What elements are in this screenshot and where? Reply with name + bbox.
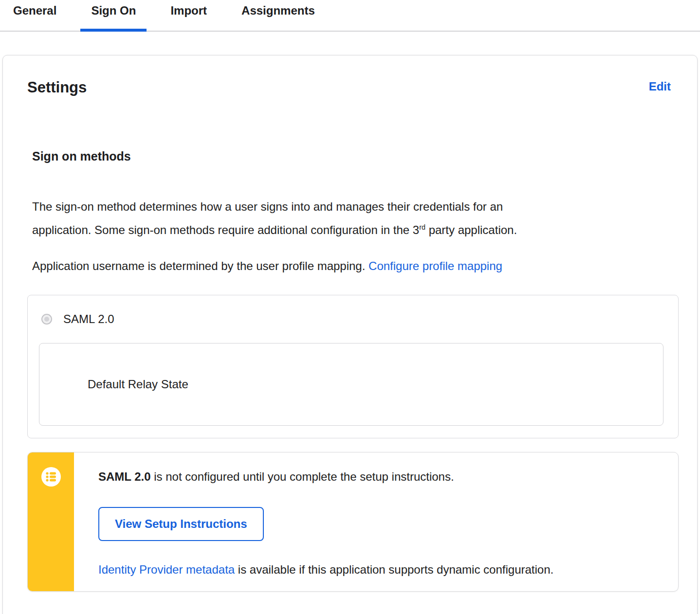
username-text: Application username is determined by th…	[32, 259, 368, 272]
callout-content: SAML 2.0 is not configured until you com…	[74, 452, 678, 591]
sign-on-methods-heading: Sign on methods	[32, 149, 679, 163]
configure-profile-mapping-link[interactable]: Configure profile mapping	[368, 259, 502, 272]
list-icon	[41, 467, 61, 487]
sign-on-method-description: The sign-on method determines how a user…	[32, 195, 679, 242]
edit-button[interactable]: Edit	[649, 78, 671, 95]
tab-import[interactable]: Import	[170, 4, 207, 31]
saml-radio-label: SAML 2.0	[63, 312, 114, 326]
callout-message: SAML 2.0 is not configured until you com…	[98, 470, 659, 484]
description-line2-start: application. Some sign-on methods requir…	[32, 223, 419, 236]
callout-warning-stripe	[28, 452, 74, 591]
description-line1: The sign-on method determines how a user…	[32, 200, 503, 213]
default-relay-state-label: Default Relay State	[88, 378, 188, 391]
metadata-footnote-rest: is available if this application support…	[235, 563, 553, 576]
saml-method-box: SAML 2.0 Default Relay State	[27, 295, 679, 438]
view-setup-instructions-button[interactable]: View Setup Instructions	[98, 507, 264, 541]
tab-general[interactable]: General	[13, 4, 56, 31]
saml-radio-row: SAML 2.0	[39, 313, 663, 325]
settings-card: Settings Edit Sign on methods The sign-o…	[2, 55, 698, 614]
application-username-text: Application username is determined by th…	[32, 254, 679, 278]
ordinal-superscript: rd	[419, 223, 425, 231]
description-line2-end: party application.	[425, 223, 517, 236]
saml-radio-button[interactable]	[41, 314, 52, 325]
metadata-footnote: Identity Provider metadata is available …	[98, 562, 659, 577]
identity-provider-metadata-link[interactable]: Identity Provider metadata	[98, 563, 235, 576]
callout-message-rest: is not configured until you complete the…	[151, 470, 454, 483]
page-title: Settings	[27, 78, 87, 97]
default-relay-state-box: Default Relay State	[39, 343, 663, 426]
saml-setup-callout: SAML 2.0 is not configured until you com…	[27, 452, 679, 592]
tab-sign-on[interactable]: Sign On	[91, 4, 136, 31]
callout-message-bold: SAML 2.0	[98, 470, 151, 483]
settings-card-header: Settings Edit	[27, 78, 679, 97]
app-tab-bar: General Sign On Import Assignments	[0, 0, 700, 32]
tab-assignments[interactable]: Assignments	[241, 4, 315, 31]
